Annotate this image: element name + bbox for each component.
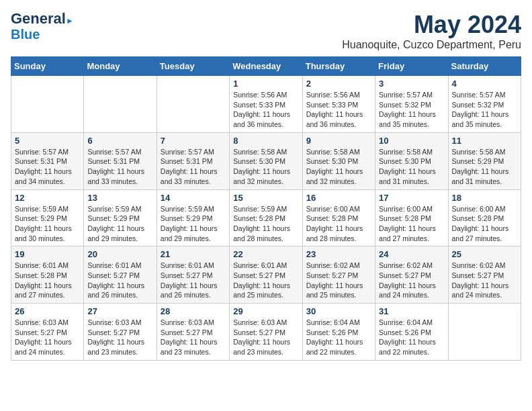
calendar-day-cell: 26Sunrise: 6:03 AMSunset: 5:27 PMDayligh… [11, 304, 84, 361]
day-info: Sunrise: 6:02 AMSunset: 5:27 PMDaylight:… [306, 261, 371, 300]
calendar-day-cell: 3Sunrise: 5:57 AMSunset: 5:32 PMDaylight… [375, 76, 448, 133]
day-number: 16 [306, 193, 371, 203]
calendar-week-3: 12Sunrise: 5:59 AMSunset: 5:29 PMDayligh… [11, 189, 521, 246]
calendar-day-cell: 27Sunrise: 6:03 AMSunset: 5:27 PMDayligh… [84, 304, 157, 361]
day-info: Sunrise: 6:00 AMSunset: 5:28 PMDaylight:… [452, 204, 517, 244]
day-number: 24 [379, 249, 444, 259]
calendar-day-cell [11, 76, 84, 133]
calendar-day-cell: 28Sunrise: 6:03 AMSunset: 5:27 PMDayligh… [157, 304, 229, 361]
calendar-day-cell: 6Sunrise: 5:57 AMSunset: 5:31 PMDaylight… [84, 132, 157, 189]
day-info: Sunrise: 6:00 AMSunset: 5:28 PMDaylight:… [306, 204, 371, 244]
weekday-header-thursday: Thursday [302, 57, 375, 76]
weekday-header-wednesday: Wednesday [230, 57, 302, 76]
logo: General► Blue [11, 11, 74, 42]
page-header: General► Blue May 2024 Huanoquite, Cuzco… [11, 11, 521, 51]
day-number: 14 [161, 193, 226, 203]
weekday-header-tuesday: Tuesday [157, 57, 229, 76]
calendar-day-cell: 8Sunrise: 5:58 AMSunset: 5:30 PMDaylight… [230, 132, 302, 189]
calendar-day-cell: 22Sunrise: 6:01 AMSunset: 5:27 PMDayligh… [230, 246, 302, 304]
calendar-week-2: 5Sunrise: 5:57 AMSunset: 5:31 PMDaylight… [11, 132, 521, 189]
calendar-day-cell: 18Sunrise: 6:00 AMSunset: 5:28 PMDayligh… [448, 189, 521, 246]
calendar-day-cell: 1Sunrise: 5:56 AMSunset: 5:33 PMDaylight… [230, 76, 302, 133]
calendar-day-cell: 17Sunrise: 6:00 AMSunset: 5:28 PMDayligh… [375, 189, 448, 246]
day-number: 11 [452, 136, 517, 146]
calendar-day-cell [84, 76, 157, 133]
calendar-day-cell: 20Sunrise: 6:01 AMSunset: 5:27 PMDayligh… [84, 246, 157, 304]
day-info: Sunrise: 6:04 AMSunset: 5:26 PMDaylight:… [306, 318, 371, 357]
page-subtitle: Huanoquite, Cuzco Department, Peru [342, 39, 521, 51]
calendar-day-cell [157, 76, 229, 133]
title-block: May 2024 Huanoquite, Cuzco Department, P… [342, 11, 521, 51]
calendar-day-cell: 30Sunrise: 6:04 AMSunset: 5:26 PMDayligh… [302, 304, 375, 361]
calendar-day-cell: 4Sunrise: 5:57 AMSunset: 5:32 PMDaylight… [448, 76, 521, 133]
day-info: Sunrise: 6:02 AMSunset: 5:27 PMDaylight:… [452, 261, 517, 300]
day-info: Sunrise: 6:02 AMSunset: 5:27 PMDaylight:… [379, 261, 444, 300]
calendar-day-cell: 15Sunrise: 5:59 AMSunset: 5:28 PMDayligh… [230, 189, 302, 246]
day-info: Sunrise: 6:03 AMSunset: 5:27 PMDaylight:… [161, 318, 226, 357]
calendar-day-cell: 11Sunrise: 5:58 AMSunset: 5:29 PMDayligh… [448, 132, 521, 189]
day-number: 26 [15, 306, 80, 316]
day-number: 21 [161, 249, 226, 259]
calendar-day-cell: 13Sunrise: 5:59 AMSunset: 5:29 PMDayligh… [84, 189, 157, 246]
calendar-day-cell: 9Sunrise: 5:58 AMSunset: 5:30 PMDaylight… [302, 132, 375, 189]
weekday-header-friday: Friday [375, 57, 448, 76]
day-info: Sunrise: 5:57 AMSunset: 5:32 PMDaylight:… [452, 90, 517, 130]
day-number: 9 [306, 136, 371, 146]
day-number: 10 [379, 136, 444, 146]
calendar-day-cell: 10Sunrise: 5:58 AMSunset: 5:30 PMDayligh… [375, 132, 448, 189]
day-info: Sunrise: 6:01 AMSunset: 5:27 PMDaylight:… [87, 261, 152, 300]
day-number: 5 [15, 136, 80, 146]
day-info: Sunrise: 5:57 AMSunset: 5:32 PMDaylight:… [379, 90, 444, 130]
page-title: May 2024 [342, 11, 521, 39]
day-info: Sunrise: 5:57 AMSunset: 5:31 PMDaylight:… [161, 147, 226, 187]
day-info: Sunrise: 6:04 AMSunset: 5:26 PMDaylight:… [379, 318, 444, 357]
weekday-header-monday: Monday [84, 57, 157, 76]
day-number: 23 [306, 249, 371, 259]
day-number: 13 [87, 193, 152, 203]
day-info: Sunrise: 5:59 AMSunset: 5:29 PMDaylight:… [161, 204, 226, 244]
day-number: 31 [379, 306, 444, 316]
day-number: 17 [379, 193, 444, 203]
day-info: Sunrise: 5:56 AMSunset: 5:33 PMDaylight:… [306, 90, 371, 130]
day-info: Sunrise: 5:57 AMSunset: 5:31 PMDaylight:… [15, 147, 80, 187]
day-number: 20 [87, 249, 152, 259]
day-number: 29 [233, 306, 298, 316]
calendar-week-5: 26Sunrise: 6:03 AMSunset: 5:27 PMDayligh… [11, 304, 521, 361]
calendar-day-cell: 31Sunrise: 6:04 AMSunset: 5:26 PMDayligh… [375, 304, 448, 361]
day-number: 19 [15, 249, 80, 259]
calendar-week-1: 1Sunrise: 5:56 AMSunset: 5:33 PMDaylight… [11, 76, 521, 133]
day-info: Sunrise: 6:00 AMSunset: 5:28 PMDaylight:… [379, 204, 444, 244]
day-info: Sunrise: 6:01 AMSunset: 5:27 PMDaylight:… [233, 261, 298, 300]
weekday-header-saturday: Saturday [448, 57, 521, 76]
day-info: Sunrise: 6:03 AMSunset: 5:27 PMDaylight:… [15, 318, 80, 357]
day-number: 2 [306, 79, 371, 89]
day-info: Sunrise: 6:03 AMSunset: 5:27 PMDaylight:… [87, 318, 152, 357]
calendar-day-cell: 21Sunrise: 6:01 AMSunset: 5:27 PMDayligh… [157, 246, 229, 304]
calendar-day-cell: 24Sunrise: 6:02 AMSunset: 5:27 PMDayligh… [375, 246, 448, 304]
calendar-week-4: 19Sunrise: 6:01 AMSunset: 5:28 PMDayligh… [11, 246, 521, 304]
day-info: Sunrise: 5:59 AMSunset: 5:28 PMDaylight:… [233, 204, 298, 244]
day-info: Sunrise: 5:58 AMSunset: 5:29 PMDaylight:… [452, 147, 517, 187]
day-number: 6 [87, 136, 152, 146]
day-number: 12 [15, 193, 80, 203]
calendar-day-cell: 25Sunrise: 6:02 AMSunset: 5:27 PMDayligh… [448, 246, 521, 304]
day-number: 7 [161, 136, 226, 146]
day-info: Sunrise: 6:03 AMSunset: 5:27 PMDaylight:… [233, 318, 298, 357]
calendar-day-cell: 23Sunrise: 6:02 AMSunset: 5:27 PMDayligh… [302, 246, 375, 304]
day-info: Sunrise: 5:59 AMSunset: 5:29 PMDaylight:… [15, 204, 80, 244]
day-info: Sunrise: 5:59 AMSunset: 5:29 PMDaylight:… [87, 204, 152, 244]
calendar-day-cell: 2Sunrise: 5:56 AMSunset: 5:33 PMDaylight… [302, 76, 375, 133]
calendar-day-cell: 29Sunrise: 6:03 AMSunset: 5:27 PMDayligh… [230, 304, 302, 361]
day-info: Sunrise: 5:56 AMSunset: 5:33 PMDaylight:… [233, 90, 298, 130]
day-number: 27 [87, 306, 152, 316]
calendar-table: SundayMondayTuesdayWednesdayThursdayFrid… [11, 56, 521, 361]
calendar-day-cell: 14Sunrise: 5:59 AMSunset: 5:29 PMDayligh… [157, 189, 229, 246]
day-info: Sunrise: 5:58 AMSunset: 5:30 PMDaylight:… [379, 147, 444, 187]
day-number: 1 [233, 79, 298, 89]
day-number: 3 [379, 79, 444, 89]
logo-text: General► [11, 11, 74, 27]
day-info: Sunrise: 6:01 AMSunset: 5:27 PMDaylight:… [161, 261, 226, 300]
day-info: Sunrise: 5:58 AMSunset: 5:30 PMDaylight:… [233, 147, 298, 187]
weekday-header-sunday: Sunday [11, 57, 84, 76]
day-number: 15 [233, 193, 298, 203]
